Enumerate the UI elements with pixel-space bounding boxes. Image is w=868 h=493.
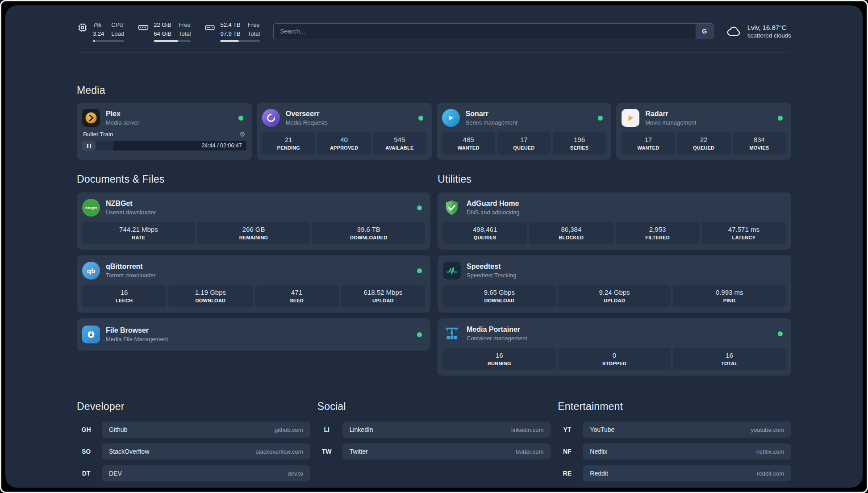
stat-value: 471 [256,288,338,296]
weather-description: scattered clouds [747,32,791,39]
weather-widget: Lviv, 16.87°C scattered clouds [726,23,791,39]
search-provider-button[interactable]: G [696,23,714,39]
app-card-speedtest[interactable]: Speedtest Speedtest Tracking 9.65 Gbps D… [438,255,791,313]
stat-value: 39.6 TB [313,226,424,233]
stat-label: REMAINING [199,235,309,240]
search-input[interactable] [273,23,695,39]
stat-value: 0.993 ms [674,288,785,296]
search-bar: G [273,23,713,39]
overseerr-icon [262,109,280,127]
portainer-icon [443,325,461,343]
bookmark-github[interactable]: GH Github github.com [77,422,310,438]
app-name: Sonarr [466,110,517,118]
bookmark-netflix[interactable]: NF Netflix netflix.com [558,443,791,460]
stat-upload: 9.24 Gbps UPLOAD [558,285,671,307]
disk-progress-track [220,40,260,42]
disk-progress-fill [220,40,239,42]
app-card-portainer[interactable]: Media Portainer Container management 16 … [438,318,791,376]
app-card-overseerr[interactable]: Overseerr Media Requests 21 PENDING 40 A… [257,103,432,160]
plex-now-playing: Bullet Train ⚙ 24:44 / 02:06:47 [82,131,246,150]
stat-seed: 471 SEED [255,285,339,307]
player-progress-bar[interactable]: 24:44 / 02:06:47 [82,141,246,150]
bookmark-name: Netflix [590,448,607,455]
stat-value: 498,461 [444,226,526,233]
stat-label: SERIES [554,145,605,150]
app-name: Speedtest [467,263,516,271]
stat-label: BLOCKED [530,235,612,240]
status-dot [417,268,422,273]
dev-icon: DT [77,470,96,477]
app-name: File Browser [106,326,168,334]
bookmark-reddit[interactable]: RE Reddit reddit.com [558,465,791,481]
stat-value: 1.19 Gbps [170,288,251,296]
app-card-nzbget[interactable]: nzbget NZBGet Usenet downloader 744.21 M… [77,192,430,250]
bookmark-url: stackoverflow.com [255,448,303,455]
bookmark-dev[interactable]: DT DEV dev.to [77,465,310,481]
section-media: Media Plex Media server [77,84,791,160]
gear-icon[interactable]: ⚙ [239,131,245,138]
stat-label: RATE [83,235,194,240]
section-title-social: Social [317,401,551,413]
netflix-icon: NF [558,448,576,455]
bookmark-url: linkedin.com [511,426,543,433]
app-card-plex[interactable]: Plex Media server Bullet Train ⚙ [77,103,252,160]
app-name: Radarr [645,110,696,118]
bookmark-youtube[interactable]: YT YouTube youtube.com [558,422,791,438]
dashboard-frame: 7% 3.24 CPU Load [0,0,868,493]
radarr-icon [622,109,639,127]
stat-blocked: 86,384 BLOCKED [529,222,613,244]
linkedin-icon: LI [317,426,336,433]
memory-total-label: Total [179,29,191,38]
stat-label: PING [674,298,785,303]
section-developer: Developer GH Github github.com SO StackO… [77,401,310,487]
app-name: Plex [106,110,139,118]
pause-icon [90,144,91,148]
app-desc: Container management [467,335,527,342]
topbar-divider [77,53,791,53]
app-card-qbittorrent[interactable]: qb qBittorrent Torrent downloader 16 LEE… [77,255,430,313]
memory-free-value: 22 GiB [154,21,171,29]
stat-label: FILTERED [617,235,698,240]
cpu-progress-fill [93,40,95,42]
status-dot [778,116,783,121]
adguard-icon [443,199,461,217]
stat-remaining: 266 GB REMAINING [197,222,310,244]
app-card-sonarr[interactable]: Sonarr Series management 485 WANTED 17 Q… [437,103,612,160]
section-title-entertainment: Entertainment [558,401,791,413]
bookmark-name: Twitter [350,448,368,455]
disk-free-label: Free [248,21,260,29]
disk-total-label: Total [248,29,260,38]
stat-value: 618.52 Mbps [342,288,424,296]
bookmark-name: YouTube [590,426,614,433]
app-desc: Movie management [645,119,696,126]
app-card-filebrowser[interactable]: File Browser Media File Management [77,318,430,351]
disk-free-value: 52.4 TB [220,21,240,29]
bookmark-name: Github [109,426,127,433]
media-grid: Plex Media server Bullet Train ⚙ [77,103,791,160]
stat-value: 2,953 [617,226,698,233]
stat-pending: 21 PENDING [262,132,315,155]
app-card-radarr[interactable]: Radarr Movie management 17 WANTED 22 QUE… [616,103,791,160]
app-card-adguard[interactable]: AdGuard Home DNS and adblocking 498,461 … [438,192,791,250]
stat-label: UPLOAD [342,298,424,303]
stat-label: LEECH [83,298,165,303]
stat-series: 196 SERIES [553,132,606,155]
bookmark-twitter[interactable]: TW Twitter twitter.com [317,443,551,460]
app-name: qBittorrent [106,263,155,271]
stat-value: 744.21 Mbps [83,226,194,233]
monitor-memory: 22 GiB 64 GiB Free Total [138,21,191,42]
status-dot [778,331,783,336]
bookmark-stackoverflow[interactable]: SO StackOverflow stackoverflow.com [77,443,310,460]
bookmark-url: github.com [275,426,303,433]
stat-label: DOWNLOAD [170,298,251,303]
app-name: AdGuard Home [467,200,520,208]
bookmark-url: youtube.com [751,426,784,433]
bookmark-linkedin[interactable]: LI LinkedIn linkedin.com [317,422,551,438]
plex-icon [82,109,100,127]
stat-value: 945 [374,136,425,143]
section-title-media: Media [77,84,791,96]
stat-label: QUEUED [679,145,729,150]
pause-button[interactable] [82,141,96,150]
cpu-load-label: Load [111,29,124,38]
stat-value: 16 [444,351,555,359]
